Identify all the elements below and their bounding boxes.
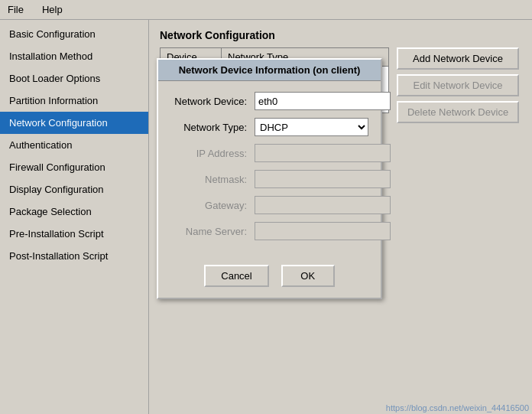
main-layout: Basic Configuration Installation Method …: [0, 20, 532, 414]
sidebar-item-post-install[interactable]: Post-Installation Script: [0, 245, 148, 267]
input-network-device[interactable]: [255, 92, 391, 110]
input-ip-address[interactable]: [255, 144, 391, 162]
dialog-body: Network Device: Network Type: DHCP Stati…: [158, 81, 381, 259]
form-row-netmask: Netmask:: [170, 170, 368, 188]
form-row-network-type: Network Type: DHCP Static: [170, 118, 368, 136]
dialog-title: Network Device Information (on client): [158, 60, 381, 81]
label-network-device: Network Device:: [170, 96, 255, 107]
sidebar-item-display-config[interactable]: Display Configuration: [0, 178, 148, 200]
sidebar-item-pre-install[interactable]: Pre-Installation Script: [0, 223, 148, 245]
input-netmask[interactable]: [255, 170, 391, 188]
label-netmask: Netmask:: [170, 174, 255, 185]
input-name-server[interactable]: [255, 222, 391, 240]
sidebar-item-authentication[interactable]: Authentication: [0, 134, 148, 156]
sidebar-item-boot-loader[interactable]: Boot Loader Options: [0, 67, 148, 90]
dialog-buttons: Cancel OK: [158, 259, 381, 298]
content-area: Network Configuration Device Network Typ…: [149, 20, 532, 414]
label-name-server: Name Server:: [170, 226, 255, 237]
sidebar: Basic Configuration Installation Method …: [0, 20, 149, 414]
select-network-type[interactable]: DHCP Static: [255, 118, 368, 136]
label-ip-address: IP Address:: [170, 148, 255, 159]
form-row-name-server: Name Server:: [170, 222, 368, 240]
sidebar-item-firewall-config[interactable]: Firewall Configuration: [0, 156, 148, 178]
sidebar-item-basic-config[interactable]: Basic Configuration: [0, 23, 148, 45]
form-row-ip-address: IP Address:: [170, 144, 368, 162]
sidebar-item-network-config[interactable]: Network Configuration: [0, 112, 148, 134]
network-action-buttons: Add Network Device Edit Network Device D…: [397, 47, 519, 123]
menu-help[interactable]: Help: [39, 2, 66, 17]
form-row-gateway: Gateway:: [170, 196, 368, 214]
label-gateway: Gateway:: [170, 200, 255, 211]
sidebar-item-partition-info[interactable]: Partition Information: [0, 90, 148, 112]
add-network-device-button[interactable]: Add Network Device: [397, 47, 519, 70]
section-title: Network Configuration: [160, 29, 521, 41]
menubar: File Help: [0, 0, 532, 20]
sidebar-item-installation-method[interactable]: Installation Method: [0, 45, 148, 67]
dialog-ok-button[interactable]: OK: [281, 265, 335, 287]
label-network-type: Network Type:: [170, 122, 255, 133]
dialog-cancel-button[interactable]: Cancel: [204, 265, 268, 287]
delete-network-device-button[interactable]: Delete Network Device: [397, 101, 519, 123]
network-device-dialog: Network Device Information (on client) N…: [157, 58, 382, 299]
watermark: https://blog.csdn.net/weixin_44416500: [386, 403, 529, 412]
edit-network-device-button[interactable]: Edit Network Device: [397, 74, 519, 96]
input-gateway[interactable]: [255, 196, 391, 214]
form-row-network-device: Network Device:: [170, 92, 368, 110]
sidebar-item-package-selection[interactable]: Package Selection: [0, 200, 148, 223]
menu-file[interactable]: File: [5, 2, 27, 17]
